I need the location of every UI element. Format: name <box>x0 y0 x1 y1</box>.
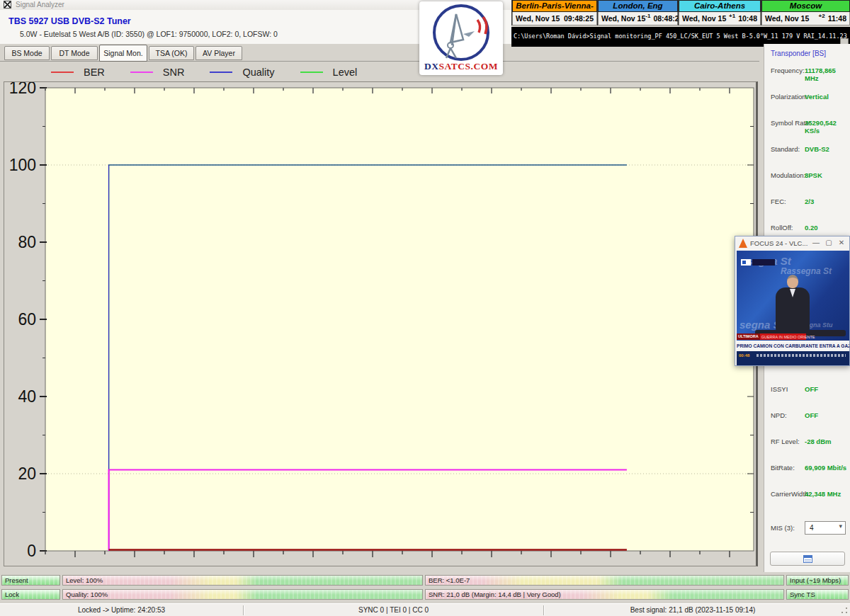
window-title: Signal Analyzer <box>16 1 64 8</box>
command-prompt-text: C:\Users\Roman Dávid>Signal monitoring_P… <box>514 33 847 40</box>
param-symbol-rate: Symbol Rate: 35290,542 KS/s <box>764 119 850 129</box>
vlc-icon <box>739 239 747 248</box>
signal-chart-panel: 020406080100120 <box>4 81 758 566</box>
status-uptime: Locked -> Uptime: 24:20:53 <box>0 606 243 614</box>
legend-snr-label: SNR <box>163 67 185 78</box>
clock-cairo-city: Cairo-Athens <box>679 0 761 12</box>
headline-bar: PRIMO CAMION CON CARBURANTE ENTRA A GAZA… <box>737 341 849 351</box>
legend-quality-label: Quality <box>242 67 274 78</box>
param-rf-level: RF Level: -28 dBm <box>764 438 850 447</box>
channel-logo <box>741 259 751 266</box>
status-sync: SYNC 0 | TEI 0 | CC 0 <box>244 606 543 614</box>
param-npd: NPD: OFF <box>764 411 850 421</box>
param-modulation: Modulation: 8PSK <box>764 171 850 181</box>
maximize-button[interactable]: ▢ <box>824 239 834 246</box>
status-bar: Locked -> Uptime: 24:20:53 SYNC 0 | TEI … <box>0 603 850 616</box>
param-mis: MIS (3): 4 ▾ <box>764 524 850 534</box>
param-issyi: ISSYI OFF <box>764 385 850 395</box>
dxsatcs-logo: DXSATCS.COM <box>419 1 503 75</box>
satellite-dish-icon <box>419 1 503 62</box>
lock-indicator: Lock <box>1 589 60 600</box>
param-carrierwidth: CarrierWidth: 42,348 MHz <box>764 490 850 500</box>
svg-text:60: 60 <box>18 310 36 329</box>
close-button[interactable]: ✕ <box>837 239 846 246</box>
clock-moscow: Moscow Wed, Nov 15 +2 11:48 <box>761 0 850 25</box>
legend-ber-line <box>51 72 74 73</box>
svg-text:0: 0 <box>27 542 36 560</box>
param-standard: Standard: DVB-S2 <box>764 145 850 155</box>
present-indicator: Present <box>1 575 60 586</box>
clock-berlin-value: Wed, Nov 15 09:48:25 <box>512 12 597 25</box>
tab-signal-mon[interactable]: Signal Mon. <box>99 45 147 62</box>
chevron-down-icon: ▾ <box>839 523 842 530</box>
clock-london-city: London, Eng <box>598 0 678 12</box>
legend-level-label: Level <box>333 67 358 78</box>
ticker-text <box>756 354 846 357</box>
news-anchor-head <box>787 275 798 288</box>
dxsatcs-wordmark: DXSATCS.COM <box>419 61 503 72</box>
param-bitrate: BitRate: 69,909 Mbit/s <box>764 464 850 474</box>
sidebar-save-button[interactable] <box>770 552 845 566</box>
vlc-title: FOCUS 24 - VLC... <box>750 239 808 247</box>
live-badge <box>752 259 775 266</box>
transponder-title: Transponder [BS] <box>771 50 826 57</box>
minimize-button[interactable]: — <box>811 239 821 246</box>
clock-cairo: Cairo-Athens Wed, Nov 15 +1 10:48 <box>678 0 761 25</box>
sync-ts-indicator: Sync TS <box>786 589 849 600</box>
vlc-window[interactable]: FOCUS 24 - VLC... — ▢ ✕ ssegna St Rasseg… <box>735 236 850 366</box>
clock-berlin: Berlin-Paris-Vienna-Roma Wed, Nov 15 09:… <box>511 0 597 25</box>
quality-meter: Quality: 100% <box>62 589 423 600</box>
breaking-news-bar: ULTIMORA GUERRA IN MEDIO ORIENTE <box>737 333 806 340</box>
clock-london: London, Eng Wed, Nov 15 -1 08:48:25 <box>597 0 678 25</box>
clock-london-value: Wed, Nov 15 -1 08:48:25 <box>598 12 678 25</box>
vlc-video[interactable]: ssegna St Rassegna St segna St Rassegna … <box>737 251 849 365</box>
param-fec: FEC: 2/3 <box>764 198 850 207</box>
param-rolloff: RollOff: 0.20 <box>764 224 850 234</box>
chart-legend: BER SNR Quality Level <box>51 66 373 79</box>
input-indicator: Input (~19 Mbps) <box>786 575 849 586</box>
tab-av-player[interactable]: AV Player <box>196 46 242 60</box>
tuner-details: 5.0W - Eutelsat 5 West A/B (ID: 3550) @ … <box>20 30 278 38</box>
news-ticker: 00:48 <box>737 351 849 365</box>
param-polarization: Polarization: Vertical <box>764 93 850 103</box>
legend-quality-line <box>210 72 232 73</box>
tuner-name: TBS 5927 USB DVB-S2 Tuner <box>8 16 131 26</box>
clock-moscow-value: Wed, Nov 15 +2 11:48 <box>761 12 850 25</box>
svg-text:20: 20 <box>18 464 36 483</box>
table-icon <box>803 555 812 563</box>
tab-tsa[interactable]: TSA (OK) <box>149 46 194 60</box>
snr-meter: SNR: 21,0 dB (Margin: 14,4 dB | Very Goo… <box>425 589 784 600</box>
tab-dt-mode[interactable]: DT Mode <box>51 46 98 60</box>
svg-text:80: 80 <box>18 233 36 251</box>
world-clocks: Berlin-Paris-Vienna-Roma Wed, Nov 15 09:… <box>511 0 850 25</box>
svg-text:100: 100 <box>9 156 36 174</box>
vlc-titlebar[interactable]: FOCUS 24 - VLC... — ▢ ✕ <box>735 236 849 251</box>
tab-bs-mode[interactable]: BS Mode <box>4 46 50 60</box>
clock-moscow-city: Moscow <box>761 0 850 12</box>
app-icon <box>4 1 11 8</box>
svg-text:40: 40 <box>18 387 36 406</box>
param-frequency: Frequency: 11178,865 MHz <box>764 67 850 76</box>
studio-backdrop-text: Rassegna St <box>781 266 832 276</box>
clock-cairo-value: Wed, Nov 15 +1 10:48 <box>679 12 761 25</box>
legend-level-line <box>300 72 323 73</box>
svg-text:120: 120 <box>9 82 36 97</box>
level-meter: Level: 100% <box>62 575 423 586</box>
ber-meter: BER: <1.0E-7 <box>425 575 784 586</box>
clock-berlin-city: Berlin-Paris-Vienna-Roma <box>512 0 597 12</box>
legend-snr-line <box>130 72 153 73</box>
signal-chart-svg: 020406080100120 <box>4 82 756 566</box>
status-best-signal: Best signal: 21,1 dB (2023-11-15 09:14) <box>544 606 842 614</box>
legend-ber-label: BER <box>84 67 105 78</box>
resize-grip[interactable] <box>840 606 849 615</box>
